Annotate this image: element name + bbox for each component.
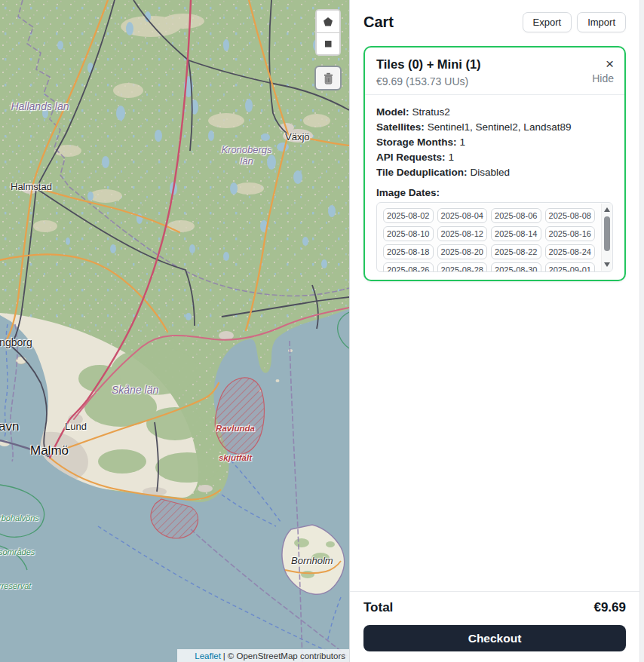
date-chip: 2025-08-08 xyxy=(545,208,596,223)
date-chip: 2025-08-22 xyxy=(491,244,541,259)
field-model-label: Model: xyxy=(376,106,409,118)
date-chip: 2025-08-16 xyxy=(545,226,596,241)
cart-item-header: Tiles (0) + Mini (1) €9.69 (153.73 UUs) … xyxy=(365,48,624,95)
map-attribution: Leaflet | © OpenStreetMap contributors xyxy=(177,649,349,662)
date-chip: 2025-08-04 xyxy=(437,208,488,223)
cart-item-body: Model:Stratus2 Satellites:Sentinel1, Sen… xyxy=(365,95,624,280)
image-dates-box[interactable]: 2025-08-02 2025-08-04 2025-08-06 2025-08… xyxy=(376,202,613,272)
date-chip: 2025-08-10 xyxy=(383,226,434,241)
date-chip: 2025-08-24 xyxy=(545,244,596,259)
cart-item-title: Tiles (0) + Mini (1) xyxy=(376,57,481,72)
cart-title: Cart xyxy=(363,14,394,31)
scroll-down-arrow[interactable] xyxy=(604,262,610,267)
date-chip: 2025-08-26 xyxy=(383,262,434,272)
draw-polygon-button[interactable] xyxy=(317,11,339,32)
scroll-up-arrow[interactable] xyxy=(604,207,610,212)
export-button[interactable]: Export xyxy=(523,12,572,32)
draw-rectangle-button[interactable] xyxy=(317,32,339,54)
draw-toolbar xyxy=(315,9,341,56)
field-api-requests-label: API Requests: xyxy=(376,152,446,163)
date-chip: 2025-08-02 xyxy=(383,208,434,223)
attribution-separator: | xyxy=(223,651,225,660)
hide-item-link[interactable]: Hide xyxy=(592,72,614,84)
field-api-requests: API Requests:1 xyxy=(376,150,613,165)
date-chip: 2025-09-01 xyxy=(545,262,596,272)
field-storage-months-value: 1 xyxy=(460,136,466,148)
dates-scrollbar[interactable] xyxy=(601,204,612,271)
field-satellites: Satellites:Sentinel1, Sentinel2, Landsat… xyxy=(376,120,613,135)
cart-footer: Total €9.69 Checkout xyxy=(350,591,644,662)
field-model-value: Stratus2 xyxy=(412,106,450,118)
map-tiles xyxy=(0,0,349,662)
checkout-button[interactable]: Checkout xyxy=(363,625,626,651)
date-chip: 2025-08-30 xyxy=(491,262,541,272)
date-chip: 2025-08-20 xyxy=(437,244,488,259)
total-label: Total xyxy=(363,600,393,615)
scroll-thumb[interactable] xyxy=(604,216,610,251)
ukraine-flag-icon xyxy=(181,652,191,659)
total-value: €9.69 xyxy=(593,600,626,615)
date-chip: 2025-08-18 xyxy=(383,244,434,259)
image-dates-label: Image Dates: xyxy=(376,187,613,198)
date-chip: 2025-08-28 xyxy=(437,262,488,272)
field-tile-deduplication: Tile Deduplication:Disabled xyxy=(376,165,613,180)
trash-icon xyxy=(323,72,334,84)
field-model: Model:Stratus2 xyxy=(376,105,613,120)
import-button[interactable]: Import xyxy=(577,12,626,32)
field-api-requests-value: 1 xyxy=(449,152,455,163)
cart-item-card: Tiles (0) + Mini (1) €9.69 (153.73 UUs) … xyxy=(363,46,626,281)
leaflet-map[interactable]: Hallands län Halmstad Kronobergs län Väx… xyxy=(0,0,349,662)
field-storage-months-label: Storage Months: xyxy=(376,136,457,148)
field-tile-deduplication-value: Disabled xyxy=(471,167,511,178)
polygon-icon xyxy=(322,16,334,28)
field-tile-deduplication-label: Tile Deduplication: xyxy=(376,167,468,178)
date-chip: 2025-08-12 xyxy=(437,226,488,241)
date-chip: 2025-08-06 xyxy=(491,208,541,223)
cart-panel: Cart Export Import Tiles (0) + Mini (1) … xyxy=(349,0,644,662)
field-storage-months: Storage Months:1 xyxy=(376,135,613,150)
rectangle-icon xyxy=(322,38,334,50)
field-satellites-value: Sentinel1, Sentinel2, Landsat89 xyxy=(428,121,572,133)
remove-item-button[interactable]: × xyxy=(606,57,614,70)
field-satellites-label: Satellites: xyxy=(376,121,425,133)
date-chip: 2025-08-14 xyxy=(491,226,541,241)
osm-attribution-text: © OpenStreetMap contributors xyxy=(228,651,345,660)
leaflet-link[interactable]: Leaflet xyxy=(195,651,221,660)
page-scrollbar[interactable] xyxy=(639,0,644,662)
cart-header: Cart Export Import xyxy=(363,12,626,32)
delete-shapes-button[interactable] xyxy=(314,66,342,90)
cart-item-price: €9.69 (153.73 UUs) xyxy=(376,75,481,87)
